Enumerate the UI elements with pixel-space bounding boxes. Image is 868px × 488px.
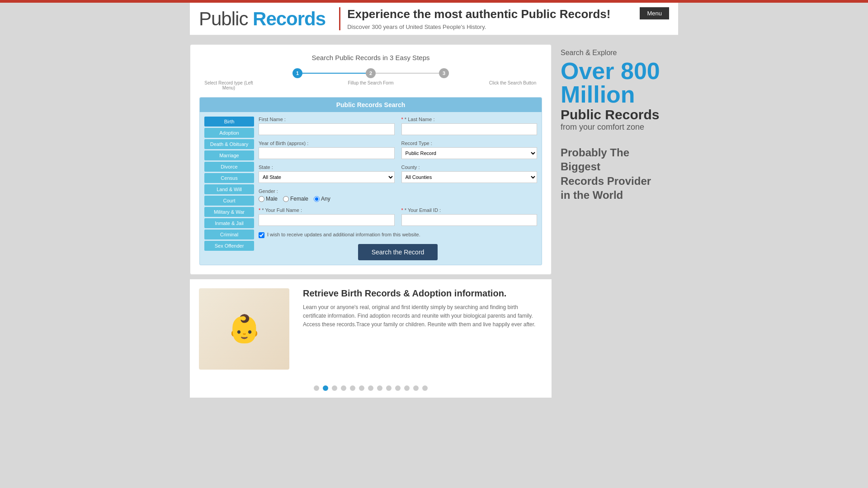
carousel-dots [190, 379, 552, 398]
first-name-group: First Name : [259, 117, 395, 135]
public-records-text: Public Records [561, 107, 678, 122]
step3-label: Click the Search Button [486, 80, 540, 90]
bottom-heading: Retrieve Birth Records & Adoption inform… [303, 288, 542, 299]
gender-any[interactable]: Any [314, 196, 330, 202]
carousel-dot-4[interactable] [350, 385, 355, 391]
record-menu-item-marriage[interactable]: Marriage [204, 150, 254, 160]
carousel-dot-2[interactable] [332, 385, 337, 391]
record-menu-item-sex-offender[interactable]: Sex Offender [204, 241, 254, 251]
steps-bar: 1 2 3 [199, 68, 542, 78]
carousel-dot-9[interactable] [395, 385, 401, 391]
carousel-dot-5[interactable] [359, 385, 364, 391]
last-name-input[interactable] [401, 123, 538, 135]
email-label: * Your Email ID : [401, 207, 538, 213]
record-menu-item-military-and-war[interactable]: Military & War [204, 207, 254, 217]
updates-checkbox[interactable] [259, 232, 264, 238]
big-number: Over 800 [561, 59, 678, 83]
record-type-select[interactable]: Public RecordBirth RecordDeath RecordMar… [401, 147, 538, 159]
carousel-dot-0[interactable] [314, 385, 319, 391]
year-recordtype-row: Year of Birth (approx) : Record Type : P… [259, 141, 537, 159]
menu-button[interactable]: Menu [640, 7, 669, 19]
carousel-dot-1[interactable] [323, 385, 328, 391]
carousel-dot-10[interactable] [404, 385, 410, 391]
step1-label: Select Record type (Left Menu) [202, 80, 256, 90]
name-row: First Name : * Last Name : [259, 117, 537, 135]
steps-section: Search Public Records in 3 Easy Steps 1 … [190, 44, 552, 274]
search-container: Public Records Search BirthAdoptionDeath… [199, 97, 542, 265]
step-line-1 [302, 73, 366, 74]
gender-any-radio[interactable] [314, 196, 320, 202]
tagline-heading: Experience the most authentic Public Rec… [347, 7, 610, 21]
state-county-row: State : All StateAlabamaAlaskaArizonaArk… [259, 164, 537, 183]
carousel-dot-6[interactable] [368, 385, 373, 391]
carousel-dot-8[interactable] [386, 385, 392, 391]
bottom-text: Retrieve Birth Records & Adoption inform… [303, 288, 542, 329]
record-menu-item-court[interactable]: Court [204, 196, 254, 206]
gender-group: Gender : Male Female [259, 188, 537, 202]
search-record-button[interactable]: Search the Record [358, 244, 438, 260]
first-name-input[interactable] [259, 123, 395, 135]
gender-row: Gender : Male Female [259, 188, 537, 202]
gender-female[interactable]: Female [283, 196, 308, 202]
million-text: Million [561, 83, 678, 106]
carousel-dot-11[interactable] [413, 385, 419, 391]
record-menu-item-land-and-will[interactable]: Land & Will [204, 184, 254, 194]
biggest-text: Biggest [561, 160, 678, 174]
site-title: Public Records [199, 8, 326, 30]
carousel-dot-3[interactable] [341, 385, 346, 391]
first-name-label: First Name : [259, 117, 395, 122]
title-plain: Public [199, 8, 253, 29]
county-select[interactable]: All CountiesCounty ACounty B [401, 171, 538, 183]
gender-male-radio[interactable] [259, 196, 264, 202]
right-panel: Search & Explore Over 800 Million Public… [561, 44, 678, 397]
year-birth-input[interactable] [259, 147, 395, 159]
record-menu-item-adoption[interactable]: Adoption [204, 128, 254, 138]
full-name-input[interactable] [259, 214, 395, 226]
carousel-dot-7[interactable] [377, 385, 382, 391]
last-name-label: * Last Name : [401, 117, 538, 122]
record-menu-item-criminal[interactable]: Criminal [204, 230, 254, 239]
search-explore-text: Search & Explore [561, 49, 678, 57]
title-blue: Records [253, 8, 326, 29]
record-menu-item-birth[interactable]: Birth [204, 117, 254, 127]
step-2-circle: 2 [366, 68, 376, 78]
step-line-2 [376, 73, 439, 74]
main-panel: Search Public Records in 3 Easy Steps 1 … [190, 44, 552, 397]
gender-female-radio[interactable] [283, 196, 289, 202]
record-type-group: Record Type : Public RecordBirth RecordD… [401, 141, 538, 159]
county-group: County : All CountiesCounty ACounty B [401, 164, 538, 183]
full-name-label: * Your Full Name : [259, 207, 395, 213]
checkbox-row: I wish to receive updates and additional… [259, 231, 537, 238]
bottom-body: Learn your or anyone's real, original an… [303, 303, 542, 329]
year-birth-group: Year of Birth (approx) : [259, 141, 395, 159]
record-menu-item-census[interactable]: Census [204, 173, 254, 183]
year-birth-label: Year of Birth (approx) : [259, 141, 395, 146]
gender-male[interactable]: Male [259, 196, 278, 202]
search-body: BirthAdoptionDeath & ObituaryMarriageDiv… [200, 112, 542, 264]
tagline-sub: Discover 300 years of United States Peop… [347, 23, 610, 30]
header: Public Records Experience the most authe… [190, 3, 678, 35]
probably-text: Probably The [561, 145, 678, 160]
baby-image: 👶 [199, 288, 289, 370]
right-promo: Search & Explore Over 800 Million Public… [561, 49, 678, 132]
state-select[interactable]: All StateAlabamaAlaskaArizonaArkansasCal… [259, 171, 395, 183]
full-name-group: * Your Full Name : [259, 207, 395, 226]
record-type-label: Record Type : [401, 141, 538, 146]
step2-label: Fillup the Search Form [344, 80, 398, 90]
record-menu-item-death-and-obituary[interactable]: Death & Obituary [204, 139, 254, 149]
records-provider-text: Records Provider [561, 174, 678, 188]
record-menu-item-divorce[interactable]: Divorce [204, 162, 254, 172]
form-area: First Name : * Last Name : [259, 117, 537, 260]
steps-title: Search Public Records in 3 Easy Steps [199, 54, 542, 61]
header-left: Public Records Experience the most authe… [199, 7, 610, 30]
county-label: County : [401, 164, 538, 170]
gender-label: Gender : [259, 188, 537, 194]
email-input[interactable] [401, 214, 538, 226]
in-world-text: in the World [561, 188, 678, 202]
step-1-circle: 1 [292, 68, 302, 78]
carousel-dot-12[interactable] [422, 385, 428, 391]
record-menu-item-inmate-and-jail[interactable]: Inmate & Jail [204, 218, 254, 228]
content-area: Search Public Records in 3 Easy Steps 1 … [190, 35, 678, 406]
search-header: Public Records Search [200, 98, 542, 112]
last-name-group: * Last Name : [401, 117, 538, 135]
